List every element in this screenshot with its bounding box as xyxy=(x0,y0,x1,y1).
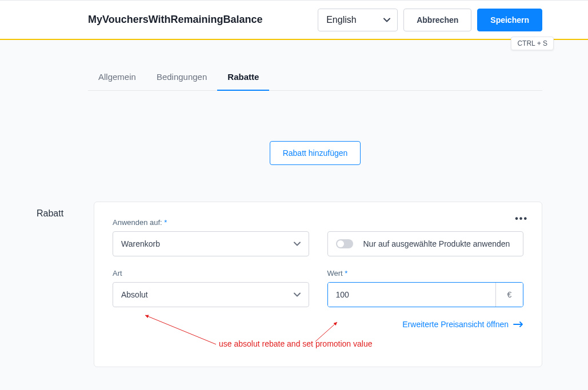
chevron-down-icon xyxy=(294,292,301,297)
chevron-down-icon xyxy=(294,242,301,246)
value-input[interactable] xyxy=(328,283,496,307)
tab-conditions[interactable]: Bedingungen xyxy=(146,64,217,91)
arrow-right-icon xyxy=(513,320,523,329)
apply-to-value: Warenkorb xyxy=(121,239,160,248)
page-header: MyVouchersWithRemainingBalance English A… xyxy=(0,0,588,40)
row-apply-to: Anwenden auf: * Warenkorb Nur auf ausgew… xyxy=(113,218,523,256)
save-button[interactable]: Speichern xyxy=(477,9,542,31)
type-value: Absolut xyxy=(121,290,148,299)
type-select[interactable]: Absolut xyxy=(113,282,309,307)
advanced-price-view-link[interactable]: Erweiterte Preisansicht öffnen xyxy=(402,320,523,329)
add-discount-row: Rabatt hinzufügen xyxy=(88,91,542,202)
apply-to-label: Anwenden auf: * xyxy=(113,218,309,227)
apply-to-select[interactable]: Warenkorb xyxy=(113,231,309,256)
content-area: Allgemein Bedingungen Rabatte Rabatt hin… xyxy=(0,40,588,367)
cancel-button[interactable]: Abbrechen xyxy=(403,9,471,31)
field-apply-to: Anwenden auf: * Warenkorb xyxy=(113,218,309,256)
language-select-value: English xyxy=(326,15,356,25)
discount-section: Rabatt ••• Anwenden auf: * Warenkorb xyxy=(88,202,542,367)
only-selected-toggle[interactable] xyxy=(336,239,353,248)
tab-discounts[interactable]: Rabatte xyxy=(217,64,269,91)
page-title: MyVouchersWithRemainingBalance xyxy=(88,14,263,26)
field-type: Art Absolut xyxy=(113,269,309,307)
tabs: Allgemein Bedingungen Rabatte xyxy=(88,64,542,91)
value-input-group: € xyxy=(327,282,524,307)
advanced-link-row: Erweiterte Preisansicht öffnen xyxy=(113,320,523,329)
type-label: Art xyxy=(113,269,309,278)
tab-general[interactable]: Allgemein xyxy=(88,64,146,91)
save-shortcut-hint: CTRL + S xyxy=(511,37,554,50)
add-discount-button[interactable]: Rabatt hinzufügen xyxy=(270,141,361,165)
context-menu-button[interactable]: ••• xyxy=(515,214,528,224)
value-label: Wert * xyxy=(327,269,524,278)
language-select[interactable]: English xyxy=(318,9,398,31)
advanced-link-label: Erweiterte Preisansicht öffnen xyxy=(402,320,509,329)
discount-card: ••• Anwenden auf: * Warenkorb xyxy=(94,202,542,367)
header-actions: English Abbrechen Speichern xyxy=(318,9,542,31)
only-selected-toggle-row: Nur auf ausgewählte Produkte anwenden xyxy=(327,231,524,256)
section-title: Rabatt xyxy=(37,202,71,367)
field-only-selected: Nur auf ausgewählte Produkte anwenden xyxy=(327,218,524,256)
currency-addon: € xyxy=(495,283,523,307)
row-type-value: Art Absolut Wert * € xyxy=(113,269,523,307)
only-selected-label: Nur auf ausgewählte Produkte anwenden xyxy=(363,239,510,248)
field-value: Wert * € xyxy=(327,269,524,307)
chevron-down-icon xyxy=(383,18,390,22)
